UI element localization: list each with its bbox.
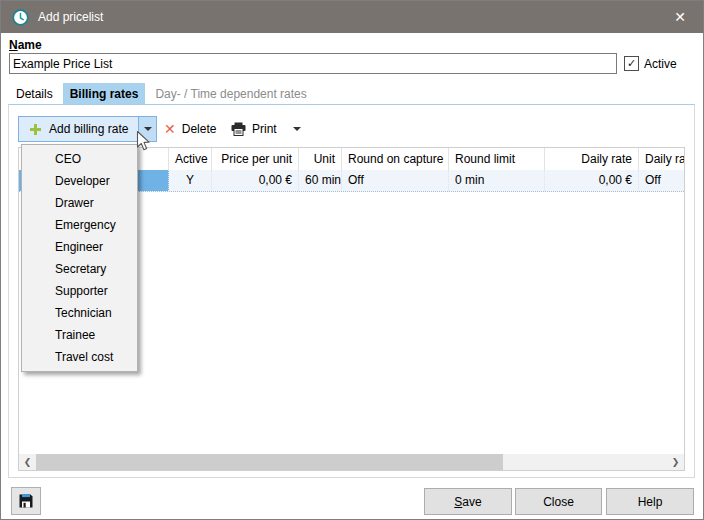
close-button-label: Close xyxy=(516,495,601,509)
column-header-round-on-capture[interactable]: Round on capture xyxy=(342,148,449,170)
column-header-daily-rate-2[interactable]: Daily rate xyxy=(639,148,684,170)
help-button-label: Help xyxy=(607,495,693,509)
title-bar: Add pricelist ✕ xyxy=(1,1,703,33)
help-button[interactable]: Help xyxy=(606,488,694,515)
name-label: Name xyxy=(9,38,42,52)
add-pricelist-dialog: Add pricelist ✕ Name ✓ Active Details Bi… xyxy=(0,0,704,520)
add-billing-rate-dropdown-button[interactable] xyxy=(139,116,157,142)
menu-item[interactable]: Emergency xyxy=(22,214,137,236)
name-input[interactable] xyxy=(9,53,617,74)
column-header-active[interactable]: Active xyxy=(169,148,212,170)
add-billing-rate-button[interactable]: Add billing rate xyxy=(18,116,139,142)
add-billing-rate-menu: CEO Developer Drawer Emergency Engineer … xyxy=(21,144,138,372)
tab-billing-rates[interactable]: Billing rates xyxy=(63,83,146,104)
print-button[interactable]: Print xyxy=(225,118,283,140)
column-header-daily-rate[interactable]: Daily rate xyxy=(545,148,639,170)
scrollbar-track[interactable] xyxy=(503,454,667,470)
scroll-right-icon[interactable]: ❯ xyxy=(667,454,684,470)
cell-round-limit[interactable]: 0 min xyxy=(449,170,545,191)
print-chevron-down-icon[interactable] xyxy=(293,127,301,131)
delete-label: Delete xyxy=(182,122,217,136)
column-header-unit[interactable]: Unit xyxy=(299,148,342,170)
floppy-disk-icon xyxy=(18,493,34,509)
menu-item[interactable]: Developer xyxy=(22,170,137,192)
menu-item[interactable]: Technician xyxy=(22,302,137,324)
horizontal-scrollbar[interactable]: ❮ ❯ xyxy=(19,454,684,470)
delete-button[interactable]: ✕ Delete xyxy=(158,118,222,140)
printer-icon xyxy=(231,122,246,136)
cell-price-per-unit[interactable]: 0,00 € xyxy=(212,170,299,191)
cell-daily-rate-2[interactable]: Off xyxy=(639,170,684,191)
menu-item[interactable]: Trainee xyxy=(22,324,137,346)
save-icon-button[interactable] xyxy=(11,487,41,515)
scroll-left-icon[interactable]: ❮ xyxy=(19,454,36,470)
menu-item[interactable]: CEO xyxy=(22,148,137,170)
clock-icon xyxy=(12,9,29,26)
cell-unit[interactable]: 60 min xyxy=(299,170,342,191)
save-button-label: Save xyxy=(425,495,511,509)
window-title: Add pricelist xyxy=(38,10,103,24)
menu-item[interactable]: Secretary xyxy=(22,258,137,280)
delete-x-icon: ✕ xyxy=(164,122,176,136)
menu-item[interactable]: Travel cost xyxy=(22,346,137,368)
save-button[interactable]: Save xyxy=(424,488,512,515)
cell-active[interactable]: Y xyxy=(169,170,212,191)
column-header-round-limit[interactable]: Round limit xyxy=(449,148,545,170)
scrollbar-thumb[interactable] xyxy=(36,454,503,470)
cell-round-on-capture[interactable]: Off xyxy=(342,170,449,191)
menu-item[interactable]: Drawer xyxy=(22,192,137,214)
close-button[interactable]: Close xyxy=(515,488,602,515)
cell-daily-rate[interactable]: 0,00 € xyxy=(545,170,639,191)
menu-item[interactable]: Engineer xyxy=(22,236,137,258)
active-checkbox[interactable]: ✓ Active xyxy=(624,56,677,71)
chevron-down-icon xyxy=(144,127,152,131)
active-checkbox-label: Active xyxy=(644,57,677,71)
checkbox-check-icon[interactable]: ✓ xyxy=(624,56,639,71)
close-icon[interactable]: ✕ xyxy=(657,1,703,33)
add-billing-rate-label: Add billing rate xyxy=(49,122,128,136)
column-header-price-per-unit[interactable]: Price per unit xyxy=(212,148,299,170)
add-billing-rate-split-button[interactable]: Add billing rate xyxy=(18,116,157,142)
plus-icon xyxy=(29,123,42,136)
menu-item[interactable]: Supporter xyxy=(22,280,137,302)
tab-details[interactable]: Details xyxy=(9,83,60,104)
tab-day-time-dependent-rates[interactable]: Day- / Time dependent rates xyxy=(148,83,313,104)
print-label: Print xyxy=(252,122,277,136)
tab-strip: Details Billing rates Day- / Time depend… xyxy=(9,83,317,104)
